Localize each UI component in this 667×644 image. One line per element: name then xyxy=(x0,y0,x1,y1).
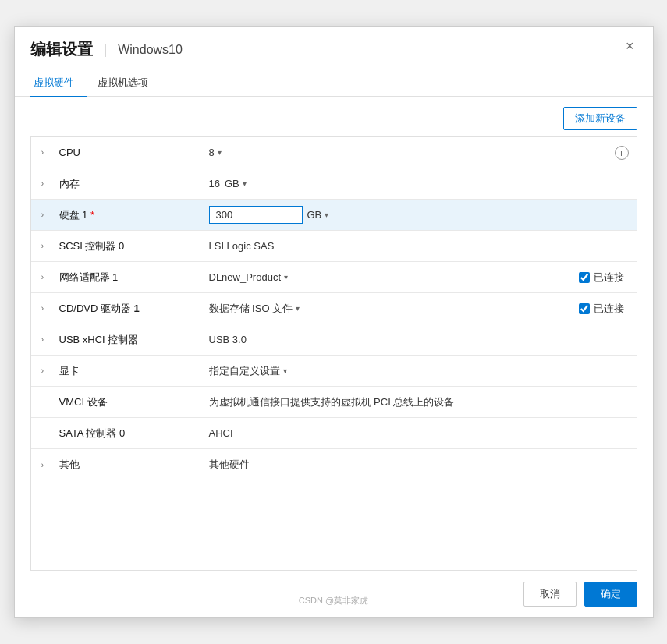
vmci-label: VMCI 设备 xyxy=(55,395,203,409)
display-dropdown-icon: ▾ xyxy=(283,366,287,375)
usb-value-text: USB 3.0 xyxy=(209,334,247,345)
cpu-value-text: 8 xyxy=(209,147,215,158)
cddvd-connected-label: 已连接 xyxy=(594,302,624,316)
cpu-value: 8 ▾ xyxy=(203,142,615,163)
network-connected-label: 已连接 xyxy=(594,271,624,285)
harddisk-unit-text: GB xyxy=(307,209,322,221)
memory-unit-dropdown-icon: ▾ xyxy=(243,179,247,188)
cddvd-dropdown-icon: ▾ xyxy=(296,304,300,313)
tab-vm-options[interactable]: 虚拟机选项 xyxy=(94,69,161,97)
cpu-dropdown-icon: ▾ xyxy=(218,148,222,157)
cddvd-extra: 已连接 xyxy=(579,302,637,316)
expand-cddvd-icon[interactable]: › xyxy=(31,304,55,313)
network-extra: 已连接 xyxy=(579,271,637,285)
expand-network-icon[interactable]: › xyxy=(31,273,55,281)
vmci-value: 为虚拟机通信接口提供支持的虚拟机 PCI 总线上的设备 xyxy=(203,391,637,414)
cddvd-value: 数据存储 ISO 文件 ▾ xyxy=(203,297,579,320)
scsi-value: LSI Logic SAS xyxy=(203,235,637,257)
tab-virtual-hardware[interactable]: 虚拟硬件 xyxy=(30,69,87,97)
table-row: › 其他 其他硬件 xyxy=(31,449,637,480)
confirm-button[interactable]: 确定 xyxy=(584,582,637,607)
dialog-subtitle: Windows10 xyxy=(118,43,183,57)
harddisk-size-input[interactable] xyxy=(209,206,303,224)
toolbar: 添加新设备 xyxy=(15,97,653,136)
usb-label: USB xHCI 控制器 xyxy=(55,333,203,347)
expand-harddisk-icon[interactable]: › xyxy=(31,211,55,219)
vmci-value-text: 为虚拟机通信接口提供支持的虚拟机 PCI 总线上的设备 xyxy=(209,395,455,409)
dialog-title: 编辑设置 xyxy=(30,39,93,60)
harddisk-unit-dropdown-icon: ▾ xyxy=(325,211,328,219)
network-value-text: DLnew_Product xyxy=(209,271,282,283)
expand-display-icon[interactable]: › xyxy=(31,366,55,375)
sata-value: AHCI xyxy=(203,423,637,444)
table-row: › 内存 16 GB ▾ xyxy=(31,168,637,200)
required-marker: * xyxy=(87,209,94,221)
cddvd-num: 1 xyxy=(134,303,140,314)
table-row: › SCSI 控制器 0 LSI Logic SAS xyxy=(31,231,637,262)
cpu-select[interactable]: 8 ▾ xyxy=(209,147,222,158)
network-connected-checkbox[interactable] xyxy=(579,272,590,283)
network-value: DLnew_Product ▾ xyxy=(203,267,579,288)
display-value-text: 指定自定义设置 xyxy=(209,364,280,378)
memory-unit-select[interactable]: GB ▾ xyxy=(225,178,247,189)
scsi-value-text: LSI Logic SAS xyxy=(209,240,275,252)
cpu-label: CPU xyxy=(55,147,203,158)
table-row: › 显卡 指定自定义设置 ▾ xyxy=(31,356,637,387)
scsi-label: SCSI 控制器 0 xyxy=(55,239,203,253)
network-dropdown-icon: ▾ xyxy=(284,273,288,281)
expand-scsi-icon[interactable]: › xyxy=(31,242,55,250)
other-label: 其他 xyxy=(55,458,203,472)
sata-label: SATA 控制器 0 xyxy=(55,426,203,441)
memory-value: 16 GB ▾ xyxy=(203,173,637,194)
table-row: › 硬盘 1 * GB ▾ xyxy=(31,200,637,231)
table-row: › USB xHCI 控制器 USB 3.0 xyxy=(31,324,637,356)
display-value: 指定自定义设置 ▾ xyxy=(203,359,637,383)
usb-value: USB 3.0 xyxy=(203,329,637,350)
cddvd-select[interactable]: 数据存储 ISO 文件 ▾ xyxy=(209,302,300,316)
network-label: 网络适配器 1 xyxy=(55,271,203,285)
dialog-footer: 取消 确定 xyxy=(15,571,653,617)
expand-memory-icon[interactable]: › xyxy=(31,179,55,188)
expand-other-icon[interactable]: › xyxy=(31,461,55,469)
network-connected-checkbox-wrap[interactable]: 已连接 xyxy=(579,271,624,285)
other-value-text: 其他硬件 xyxy=(209,458,250,472)
memory-value-text: 16 xyxy=(209,178,220,189)
expand-usb-icon[interactable]: › xyxy=(31,335,55,344)
table-row: › 网络适配器 1 DLnew_Product ▾ 已连接 xyxy=(31,262,637,293)
add-device-button[interactable]: 添加新设备 xyxy=(563,107,637,130)
harddisk-unit-select[interactable]: GB ▾ xyxy=(307,209,329,221)
tabs-bar: 虚拟硬件 虚拟机选项 xyxy=(15,69,653,97)
harddisk-value: GB ▾ xyxy=(203,201,637,228)
watermark: CSDN @莫非家虎 xyxy=(299,595,368,607)
cancel-button[interactable]: 取消 xyxy=(523,582,577,607)
cddvd-label: CD/DVD 驱动器 1 xyxy=(55,302,203,316)
display-select[interactable]: 指定自定义设置 ▾ xyxy=(209,364,287,378)
cddvd-connected-checkbox[interactable] xyxy=(579,303,590,314)
memory-label: 内存 xyxy=(55,177,203,191)
table-row: › CD/DVD 驱动器 1 数据存储 ISO 文件 ▾ 已连接 xyxy=(31,293,637,324)
main-dialog: 编辑设置 | Windows10 × 虚拟硬件 虚拟机选项 添加新设备 › CP… xyxy=(14,26,654,618)
info-icon[interactable]: i xyxy=(615,146,629,160)
cddvd-value-text: 数据存储 ISO 文件 xyxy=(209,302,293,316)
table-row: › CPU 8 ▾ i xyxy=(31,137,637,168)
display-label: 显卡 xyxy=(55,364,203,378)
memory-unit-text: GB xyxy=(225,178,239,189)
cddvd-connected-checkbox-wrap[interactable]: 已连接 xyxy=(579,302,624,316)
close-button[interactable]: × xyxy=(621,37,639,55)
dialog-separator: | xyxy=(104,41,108,58)
sata-value-text: AHCI xyxy=(209,427,233,439)
other-value: 其他硬件 xyxy=(203,453,637,476)
expand-cpu-icon[interactable]: › xyxy=(31,148,55,157)
harddisk-label: 硬盘 1 * xyxy=(55,208,203,222)
table-row: VMCI 设备 为虚拟机通信接口提供支持的虚拟机 PCI 总线上的设备 xyxy=(31,387,637,418)
table-row: SATA 控制器 0 AHCI xyxy=(31,418,637,449)
dialog-header: 编辑设置 | Windows10 × xyxy=(15,27,653,68)
network-select[interactable]: DLnew_Product ▾ xyxy=(209,271,289,283)
hardware-table: › CPU 8 ▾ i › 内存 16 GB ▾ › xyxy=(30,136,637,571)
